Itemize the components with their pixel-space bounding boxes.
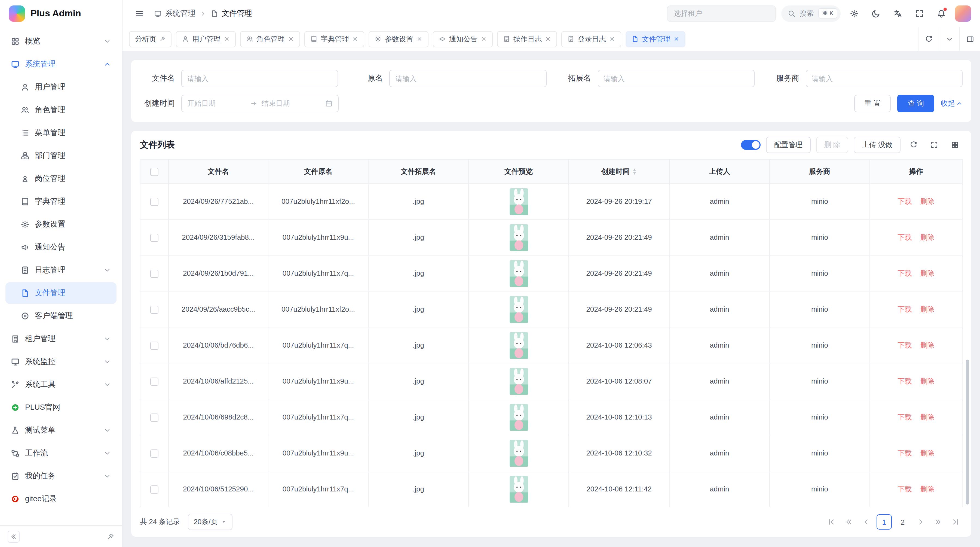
file-preview-thumbnail[interactable] <box>509 475 528 503</box>
file-preview-thumbnail[interactable] <box>509 223 528 252</box>
download-link[interactable]: 下载 <box>897 305 912 313</box>
language-button[interactable] <box>889 5 906 22</box>
breadcrumb-item-system-management[interactable]: 系统管理 <box>154 8 196 18</box>
sidebar-item-my-tasks[interactable]: 我的任务 <box>5 465 116 487</box>
file-preview-thumbnail[interactable] <box>509 367 528 395</box>
sidebar-item-client-management[interactable]: 客户端管理 <box>5 305 116 327</box>
delete-link[interactable]: 删除 <box>920 485 935 493</box>
row-checkbox[interactable] <box>150 233 158 242</box>
sidebar-item-plus-website[interactable]: PLUS官网 <box>5 397 116 418</box>
previous-page-button[interactable] <box>859 514 873 529</box>
file-preview-thumbnail[interactable] <box>509 259 528 287</box>
notifications-button[interactable] <box>933 5 950 22</box>
sidebar-item-test-menu[interactable]: 测试菜单 <box>5 419 116 441</box>
collapse-filters-link[interactable]: 收起 <box>941 99 963 108</box>
tab-login-log[interactable]: 登录日志 <box>561 31 621 47</box>
extension-input[interactable] <box>598 70 755 87</box>
dark-mode-button[interactable] <box>868 5 884 22</box>
download-link[interactable]: 下载 <box>897 197 912 205</box>
tab-operation-log[interactable]: 操作日志 <box>497 31 557 47</box>
download-link[interactable]: 下载 <box>897 269 912 277</box>
provider-input[interactable] <box>806 70 963 87</box>
sidebar-item-system-management[interactable]: 系统管理 <box>5 53 116 75</box>
close-icon[interactable] <box>673 36 679 42</box>
sidebar-item-system-tools[interactable]: 系统工具 <box>5 374 116 395</box>
sidebar-item-workflow[interactable]: 工作流 <box>5 442 116 464</box>
sidebar-item-param-settings[interactable]: 参数设置 <box>5 214 116 235</box>
download-link[interactable]: 下载 <box>897 485 912 493</box>
row-checkbox[interactable] <box>150 449 158 458</box>
delete-link[interactable]: 删除 <box>920 341 935 349</box>
column-created-time[interactable]: 创建时间 <box>569 159 670 183</box>
app-logo[interactable]: Plus Admin <box>0 0 122 27</box>
row-checkbox[interactable] <box>150 198 158 206</box>
delete-link[interactable]: 删除 <box>920 305 935 313</box>
row-checkbox[interactable] <box>150 270 158 277</box>
file-preview-thumbnail[interactable] <box>509 331 528 359</box>
jump-forward-button[interactable] <box>931 514 945 529</box>
sidebar-toggle-button[interactable] <box>131 5 148 22</box>
file-preview-thumbnail[interactable] <box>509 403 528 431</box>
download-link[interactable]: 下载 <box>897 341 912 349</box>
close-icon[interactable] <box>481 36 487 42</box>
sidebar-item-log-management[interactable]: 日志管理 <box>5 259 116 281</box>
delete-link[interactable]: 删除 <box>920 377 935 385</box>
sidebar-item-menu-management[interactable]: 菜单管理 <box>5 122 116 144</box>
sidebar-pin-icon[interactable] <box>107 533 115 540</box>
tab-menu-button[interactable] <box>939 27 959 51</box>
first-page-button[interactable] <box>824 514 838 529</box>
close-icon[interactable] <box>417 36 423 42</box>
row-checkbox[interactable] <box>150 485 158 493</box>
file-preview-thumbnail[interactable] <box>509 295 528 323</box>
tab-file-management[interactable]: 文件管理 <box>625 31 686 47</box>
search-toggle-switch[interactable] <box>741 140 760 150</box>
close-icon[interactable] <box>609 36 615 42</box>
sidebar-item-overview[interactable]: 概览 <box>5 30 116 52</box>
download-link[interactable]: 下载 <box>897 413 912 421</box>
layout-panel-button[interactable] <box>959 27 980 51</box>
query-button[interactable]: 查 询 <box>897 95 934 112</box>
batch-delete-button[interactable]: 删 除 <box>816 137 848 153</box>
config-management-button[interactable]: 配置管理 <box>766 137 811 153</box>
file-preview-thumbnail[interactable] <box>509 439 528 467</box>
next-page-button[interactable] <box>913 514 928 529</box>
tab-param-settings[interactable]: 参数设置 <box>369 31 428 47</box>
close-icon[interactable] <box>288 36 294 42</box>
page-2-button[interactable]: 2 <box>895 514 910 529</box>
last-page-button[interactable] <box>948 514 963 529</box>
row-checkbox[interactable] <box>150 305 158 314</box>
sidebar-item-user-management[interactable]: 用户管理 <box>5 76 116 98</box>
fullscreen-button[interactable] <box>912 5 928 22</box>
select-all-checkbox[interactable] <box>150 167 158 176</box>
delete-link[interactable]: 删除 <box>920 413 935 421</box>
sort-icons[interactable] <box>632 168 637 175</box>
delete-link[interactable]: 删除 <box>920 197 935 205</box>
pin-icon[interactable] <box>159 36 165 42</box>
breadcrumb-item-file-management[interactable]: 文件管理 <box>211 8 252 18</box>
column-settings-button[interactable] <box>947 137 963 153</box>
tab-user-management[interactable]: 用户管理 <box>176 31 236 47</box>
close-icon[interactable] <box>224 36 230 42</box>
tab-dict-management[interactable]: 字典管理 <box>304 31 364 47</box>
sidebar-item-dict-management[interactable]: 字典管理 <box>5 191 116 212</box>
global-search-button[interactable]: 搜索 ⌘ K <box>781 5 841 22</box>
sidebar-item-role-management[interactable]: 角色管理 <box>5 99 116 121</box>
refresh-tab-button[interactable] <box>918 27 939 51</box>
delete-link[interactable]: 删除 <box>920 269 935 277</box>
sidebar-item-notice[interactable]: 通知公告 <box>5 236 116 258</box>
tab-role-management[interactable]: 角色管理 <box>240 31 300 47</box>
user-avatar[interactable] <box>955 5 971 22</box>
page-size-select[interactable]: 20条/页 <box>188 514 232 530</box>
sidebar-item-department-management[interactable]: 部门管理 <box>5 145 116 167</box>
settings-button[interactable] <box>846 5 862 22</box>
table-scrollbar-thumb[interactable] <box>966 360 969 504</box>
sidebar-item-system-monitor[interactable]: 系统监控 <box>5 351 116 373</box>
download-link[interactable]: 下载 <box>897 377 912 385</box>
row-checkbox[interactable] <box>150 341 158 349</box>
original-name-input[interactable] <box>390 70 547 87</box>
sidebar-collapse-button[interactable] <box>8 530 20 542</box>
page-1-button[interactable]: 1 <box>877 514 892 529</box>
table-fullscreen-button[interactable] <box>927 137 942 153</box>
sidebar-item-gitee[interactable]: gitee记录 <box>5 488 116 510</box>
download-link[interactable]: 下载 <box>897 449 912 457</box>
